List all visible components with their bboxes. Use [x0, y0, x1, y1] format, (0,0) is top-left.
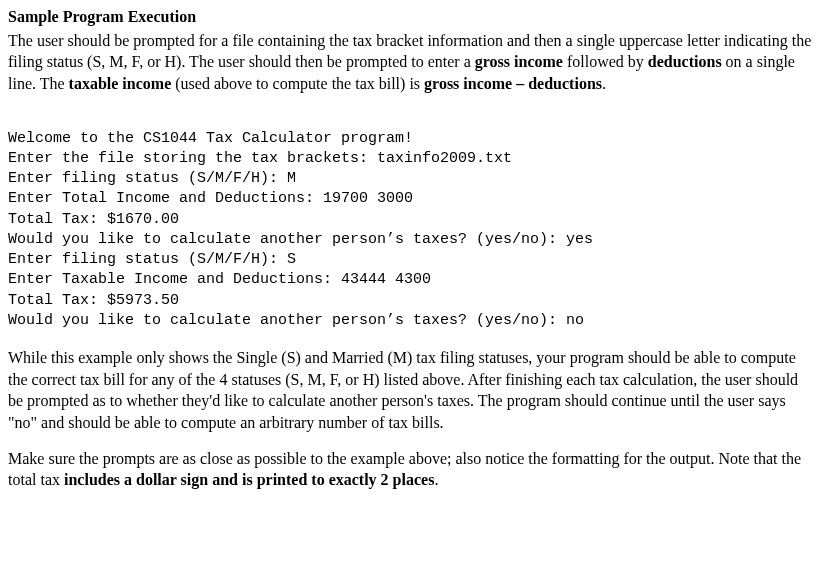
text: (used above to compute the tax bill) is [171, 75, 424, 92]
code-line: Total Tax: $1670.00 [8, 211, 179, 228]
code-line: Enter Taxable Income and Deductions: 434… [8, 271, 431, 288]
text: . [602, 75, 606, 92]
bold-formula: gross income – deductions [424, 75, 602, 92]
code-line: Total Tax: $5973.50 [8, 292, 179, 309]
code-line: Would you like to calculate another pers… [8, 312, 584, 329]
bold-gross-income: gross income [475, 53, 563, 70]
sample-execution-block: Welcome to the CS1044 Tax Calculator pro… [8, 108, 815, 331]
text: followed by [563, 53, 648, 70]
bold-output-format: includes a dollar sign and is printed to… [64, 471, 434, 488]
code-line: Welcome to the CS1044 Tax Calculator pro… [8, 130, 413, 147]
text: . [434, 471, 438, 488]
intro-paragraph: The user should be prompted for a file c… [8, 30, 815, 95]
bold-deductions: deductions [648, 53, 722, 70]
bold-taxable-income: taxable income [69, 75, 172, 92]
code-line: Would you like to calculate another pers… [8, 231, 593, 248]
explanation-paragraph: While this example only shows the Single… [8, 347, 815, 433]
code-line: Enter Total Income and Deductions: 19700… [8, 190, 413, 207]
formatting-note-paragraph: Make sure the prompts are as close as po… [8, 448, 815, 491]
code-line: Enter filing status (S/M/F/H): S [8, 251, 296, 268]
code-line: Enter filing status (S/M/F/H): M [8, 170, 296, 187]
section-heading: Sample Program Execution [8, 6, 815, 28]
code-line: Enter the file storing the tax brackets:… [8, 150, 512, 167]
